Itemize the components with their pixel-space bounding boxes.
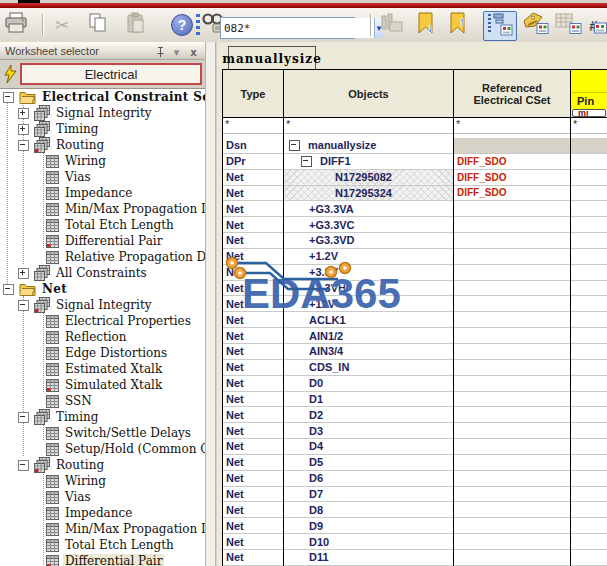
collapse-icon[interactable] [301, 156, 312, 167]
table-row-manuallysize[interactable]: Dsnmanuallysize [222, 138, 607, 154]
column-header-referenced-cset[interactable]: Referenced Electrical CSet [454, 70, 570, 117]
cell-referenced-cset[interactable] [453, 407, 570, 422]
cell-object[interactable]: D3 [283, 423, 453, 438]
tree-item-electrical-constraint-set[interactable]: Electrical Constraint Set [0, 89, 205, 105]
next-bookmark-button[interactable]: ↓ [410, 12, 440, 38]
table-row-d11[interactable]: NetD11 [222, 550, 607, 566]
filter-referenced[interactable]: * [453, 118, 570, 133]
table-row-d10[interactable]: NetD10 [222, 534, 607, 550]
number-format-button[interactable]: # [585, 12, 607, 38]
tree-item-min-max-propagation-del[interactable]: Min/Max Propagation Del [0, 521, 205, 537]
cell-object[interactable]: AIN1/2 [283, 328, 453, 343]
close-panel-button[interactable]: x [187, 45, 200, 58]
pin-panel-button[interactable] [154, 45, 167, 58]
table-row-d9[interactable]: NetD9 [222, 518, 607, 534]
panel-menu-button[interactable]: ▾ [170, 45, 183, 58]
tree-item-impedance[interactable]: Impedance [0, 505, 205, 521]
cell-referenced-cset[interactable] [453, 201, 570, 216]
cell-referenced-cset[interactable] [453, 534, 570, 549]
cell-referenced-cset[interactable] [453, 487, 570, 502]
tree-item-total-etch-length[interactable]: Total Etch Length [0, 217, 205, 233]
expand-icon[interactable] [18, 124, 29, 135]
collapse-icon[interactable] [18, 140, 29, 151]
pin-subcolumn-min[interactable]: mi [572, 109, 606, 117]
cell-pin-delay[interactable] [570, 265, 607, 280]
table-row-d4[interactable]: NetD4 [222, 439, 607, 455]
table-row-cds-in[interactable]: NetCDS_IN [222, 360, 607, 376]
cell-object[interactable]: D10 [283, 534, 453, 549]
cell-pin-delay[interactable] [570, 233, 607, 248]
cell-object[interactable]: +3.3VH [283, 281, 453, 296]
table-row-aclk1[interactable]: NetACLK1 [222, 312, 607, 328]
tree-item-routing[interactable]: Routing [0, 457, 205, 473]
cell-pin-delay[interactable] [570, 360, 607, 375]
cell-referenced-cset[interactable] [453, 392, 570, 407]
column-header-objects[interactable]: Objects [284, 70, 453, 117]
cell-object[interactable]: DIFF1 [283, 154, 453, 169]
cell-referenced-cset[interactable] [453, 344, 570, 359]
cut-button[interactable]: ✂ [48, 12, 76, 38]
tree-item-relative-propagation-de[interactable]: Relative Propagation De [0, 249, 205, 265]
cell-object[interactable]: D9 [283, 518, 453, 533]
tree-item-timing[interactable]: Timing [0, 121, 205, 137]
table-row-d7[interactable]: NetD7 [222, 487, 607, 503]
cell-object[interactable]: D11 [283, 550, 453, 565]
cell-object[interactable]: D8 [283, 502, 453, 517]
cell-pin-delay[interactable] [570, 170, 607, 185]
tree-item-wiring[interactable]: Wiring [0, 473, 205, 489]
cell-object[interactable]: CDS_IN [283, 360, 453, 375]
filter-pin[interactable]: * [570, 118, 607, 133]
cell-pin-delay[interactable] [570, 392, 607, 407]
cell-referenced-cset[interactable]: DIFF_SDO [453, 170, 570, 185]
tree-item-electrical-properties[interactable]: Electrical Properties [0, 313, 205, 329]
tree-item-signal-integrity[interactable]: Signal Integrity [0, 105, 205, 121]
cell-referenced-cset[interactable] [453, 502, 570, 517]
cell-referenced-cset[interactable] [453, 376, 570, 391]
table-row-d8[interactable]: NetD8 [222, 502, 607, 518]
cell-referenced-cset[interactable] [453, 249, 570, 264]
cell-object[interactable]: +G3.3VA [283, 201, 453, 216]
table-row-d5[interactable]: NetD5 [222, 455, 607, 471]
cell-referenced-cset[interactable] [453, 138, 570, 153]
cell-pin-delay[interactable] [570, 471, 607, 486]
cell-pin-delay[interactable] [570, 296, 607, 311]
filter-type[interactable]: * [222, 118, 283, 133]
cell-referenced-cset[interactable] [453, 550, 570, 565]
tree-item-vias[interactable]: Vias [0, 169, 205, 185]
cell-referenced-cset[interactable] [453, 217, 570, 232]
table-row--g3-3vc[interactable]: Net+G3.3VC [222, 217, 607, 233]
table-row--12v[interactable]: Net+12V [222, 296, 607, 312]
cell-object[interactable]: D6 [283, 471, 453, 486]
cell-pin-delay[interactable] [570, 439, 607, 454]
cell-object[interactable]: ACLK1 [283, 312, 453, 327]
copy-button[interactable] [84, 12, 112, 38]
tree-item-signal-integrity[interactable]: Signal Integrity [0, 297, 205, 313]
table-row-d0[interactable]: NetD0 [222, 376, 607, 392]
tree-item-min-max-propagation-del[interactable]: Min/Max Propagation Del [0, 201, 205, 217]
cell-pin-delay[interactable] [570, 487, 607, 502]
tree-item-net[interactable]: Net [0, 281, 205, 297]
table-row-n17295324[interactable]: NetN17295324DIFF_SDO [222, 186, 607, 202]
cset-tag-button[interactable] [520, 12, 550, 38]
domain-electrical-button[interactable]: Electrical [20, 63, 202, 85]
cell-pin-delay[interactable] [570, 281, 607, 296]
table-row-d6[interactable]: NetD6 [222, 471, 607, 487]
cell-object[interactable]: +G3.3VC [283, 217, 453, 232]
cell-pin-delay[interactable] [570, 154, 607, 169]
table-row--g3-3va[interactable]: Net+G3.3VA [222, 201, 607, 217]
table-view-button[interactable] [553, 12, 583, 38]
cell-referenced-cset[interactable] [453, 328, 570, 343]
tree-item-reflection[interactable]: Reflection [0, 329, 205, 345]
cell-object[interactable]: AIN3/4 [283, 344, 453, 359]
cell-object[interactable]: D1 [283, 392, 453, 407]
table-row-d3[interactable]: NetD3 [222, 423, 607, 439]
table-row--3-3vh[interactable]: Net+3.3VH [222, 281, 607, 297]
tree-item-total-etch-length[interactable]: Total Etch Length [0, 537, 205, 553]
cell-pin-delay[interactable] [570, 407, 607, 422]
cell-referenced-cset[interactable] [453, 360, 570, 375]
cell-pin-delay[interactable] [570, 534, 607, 549]
cell-referenced-cset[interactable] [453, 423, 570, 438]
expand-icon[interactable] [18, 268, 29, 279]
find-similar-button[interactable] [378, 12, 406, 38]
cell-object[interactable]: D0 [283, 376, 453, 391]
